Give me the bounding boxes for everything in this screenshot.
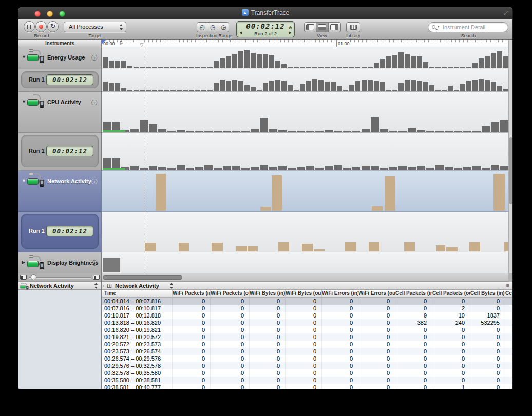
sidebar-item-cpu-activity[interactable]: ▼ CPU Activity ⓘ bbox=[18, 92, 101, 133]
table-row[interactable]: 00:26.574 – 00:29.576000000000 bbox=[102, 355, 512, 362]
disclosure-triangle-icon[interactable]: ▶ bbox=[22, 260, 25, 265]
vertical-scrollbar-thumb[interactable] bbox=[509, 137, 512, 204]
table-row[interactable]: 00:35.580 – 00:38.581000000000 bbox=[102, 377, 512, 384]
search-input[interactable]: ▾ Instrument Detail bbox=[428, 22, 508, 32]
table-row[interactable]: 00:29.576 – 00:32.578000000000 bbox=[102, 362, 512, 369]
table-cell: 0 bbox=[286, 362, 322, 369]
table-header: TimeWiFi Packets (in)WiFi Packets (out)W… bbox=[102, 290, 512, 298]
view-bottom-pane-button[interactable] bbox=[316, 22, 329, 32]
next-run-button[interactable]: ▶ bbox=[289, 31, 292, 35]
column-header[interactable]: Cell Packets (out) bbox=[432, 290, 470, 298]
chart-bar bbox=[149, 166, 157, 170]
previous-run-button[interactable]: ◀ bbox=[239, 31, 242, 35]
playhead-icon[interactable]: ▽ bbox=[140, 42, 144, 48]
sidebar-item-energy-usage[interactable]: ▼ Energy Usage ⓘ bbox=[18, 47, 101, 69]
record-button[interactable] bbox=[35, 21, 47, 32]
horizontal-scrollbar[interactable] bbox=[102, 273, 508, 282]
target-popup[interactable]: All Processes bbox=[64, 22, 126, 32]
column-header[interactable]: WiFi Errors (out) bbox=[358, 290, 395, 298]
cpu-run-row[interactable]: Run 100:02:12 bbox=[18, 133, 101, 171]
info-icon[interactable]: ⓘ bbox=[91, 177, 98, 186]
breadcrumb-stepper-icon[interactable] bbox=[169, 282, 174, 289]
network-run1-track[interactable] bbox=[102, 212, 508, 252]
chart-bar bbox=[177, 130, 185, 132]
disclosure-triangle-icon[interactable]: ▼ bbox=[22, 178, 26, 183]
loop-icon: ↻ bbox=[48, 23, 58, 30]
table-cell: 0 bbox=[358, 384, 395, 389]
zoom-slider-thumb[interactable] bbox=[31, 274, 36, 280]
column-header[interactable]: WiFi Bytes (out) bbox=[286, 290, 322, 298]
table-row[interactable]: 00:16.820 – 00:19.821000000000 bbox=[102, 326, 512, 333]
loop-button[interactable]: ↻ bbox=[47, 21, 59, 32]
chart-bar bbox=[325, 67, 330, 68]
info-icon[interactable]: ⓘ bbox=[91, 98, 98, 107]
info-icon[interactable]: ⓘ bbox=[91, 54, 98, 63]
breadcrumb[interactable]: Network Activity bbox=[115, 283, 159, 289]
chart-bar bbox=[368, 80, 373, 91]
view-left-pane-button[interactable] bbox=[304, 22, 316, 32]
flag-marker-icon[interactable]: ⚐ bbox=[119, 40, 124, 46]
cpu-activity-track[interactable] bbox=[102, 92, 508, 133]
column-header[interactable]: WiFi Errors (in) bbox=[322, 290, 358, 298]
table-cell bbox=[505, 312, 512, 319]
info-icon[interactable]: ⓘ bbox=[91, 259, 98, 268]
disclosure-triangle-icon[interactable]: ▼ bbox=[22, 99, 26, 104]
chart-bar bbox=[223, 131, 231, 132]
table-row[interactable]: 00:19.821 – 00:20.572000000000 bbox=[102, 333, 512, 341]
vertical-scrollbar[interactable] bbox=[508, 40, 512, 273]
table-row[interactable]: 00:23.573 – 00:26.574000000000 bbox=[102, 348, 512, 355]
column-header[interactable]: WiFi Bytes (in) bbox=[250, 290, 286, 298]
column-header[interactable]: Time bbox=[102, 290, 173, 298]
record-group-label: Record bbox=[18, 33, 65, 39]
table-row[interactable]: 00:13.818 – 00:16.820000000382240532295 bbox=[102, 319, 512, 326]
network-activity-track[interactable] bbox=[102, 171, 508, 212]
table-row[interactable]: 00:10.817 – 00:13.8180000009101837 bbox=[102, 312, 512, 319]
horizontal-scrollbar-thumb[interactable] bbox=[103, 275, 182, 280]
column-header[interactable]: WiFi Packets (out) bbox=[211, 290, 250, 298]
table-cell bbox=[505, 355, 512, 362]
energy-usage-track[interactable] bbox=[102, 47, 508, 69]
inspection-range-end-button[interactable]: ◶ bbox=[218, 22, 229, 32]
table-row[interactable]: 00:38.581 – 00:40.777000000010 bbox=[102, 384, 512, 389]
title-bar[interactable]: TransferTrace ⤢ bbox=[18, 7, 512, 19]
library-button[interactable] bbox=[346, 22, 360, 32]
inspection-focus-icon: ◷ bbox=[207, 23, 218, 32]
pause-button[interactable] bbox=[24, 21, 35, 32]
chart-bar bbox=[426, 168, 434, 170]
chart-bar bbox=[127, 66, 132, 68]
chart-bar bbox=[302, 244, 313, 251]
sidebar-item-network-activity[interactable]: ▼ Network Activity ⓘ bbox=[18, 171, 101, 212]
fullscreen-icon[interactable]: ⤢ bbox=[503, 9, 508, 16]
chart-bar bbox=[442, 67, 447, 68]
zoom-in-icon[interactable] bbox=[93, 275, 100, 280]
table-row[interactable]: 00:32.578 – 00:35.580000000000 bbox=[102, 369, 512, 377]
disclosure-triangle-icon[interactable]: ▼ bbox=[22, 54, 26, 60]
inspection-range-focus-button[interactable]: ◷ bbox=[207, 22, 218, 32]
column-header[interactable]: Cell Bytes (in) bbox=[470, 290, 505, 298]
chart-bar bbox=[149, 124, 157, 132]
table-cell: 0 bbox=[395, 355, 432, 362]
energy-run-row[interactable]: Run 100:02:12 bbox=[18, 69, 101, 92]
table-row[interactable]: 00:04.814 – 00:07.816000000000 bbox=[102, 298, 512, 305]
display-brightness-track[interactable] bbox=[102, 252, 508, 273]
zoom-slider-track[interactable] bbox=[29, 277, 91, 278]
track-area: 00:00 01:00 ⚐ ▽ bbox=[102, 40, 508, 282]
detail-menu-icon[interactable]: ≡ bbox=[506, 282, 509, 288]
playhead-line[interactable] bbox=[144, 46, 144, 273]
zoom-out-icon[interactable] bbox=[20, 275, 27, 280]
column-header[interactable]: Cell Packets (in) bbox=[395, 290, 432, 298]
table-row[interactable]: 00:20.572 – 00:23.573000000000 bbox=[102, 341, 512, 348]
column-header[interactable]: WiFi Packets (in) bbox=[173, 290, 211, 298]
view-right-pane-button[interactable] bbox=[329, 22, 341, 32]
detail-instrument-selector[interactable]: Network Activity bbox=[18, 281, 101, 290]
table-row[interactable]: 00:07.816 – 00:10.817000000020 bbox=[102, 305, 512, 312]
sidebar-item-display-brightness[interactable]: ▶ Display Brightness ⓘ bbox=[18, 252, 101, 273]
energy-run1-track[interactable] bbox=[102, 69, 508, 92]
inspection-range-start-button[interactable]: ◴ bbox=[197, 22, 207, 32]
chart-bar bbox=[288, 131, 296, 132]
network-run-row[interactable]: Run 100:02:12 bbox=[18, 212, 101, 252]
cpu-run1-track[interactable] bbox=[102, 133, 508, 171]
column-header[interactable]: Cell Bytes (out) bbox=[505, 290, 512, 298]
table-cell-time: 00:07.816 – 00:10.817 bbox=[102, 305, 173, 312]
timeline-ruler[interactable]: 00:00 01:00 ⚐ ▽ bbox=[102, 40, 508, 47]
